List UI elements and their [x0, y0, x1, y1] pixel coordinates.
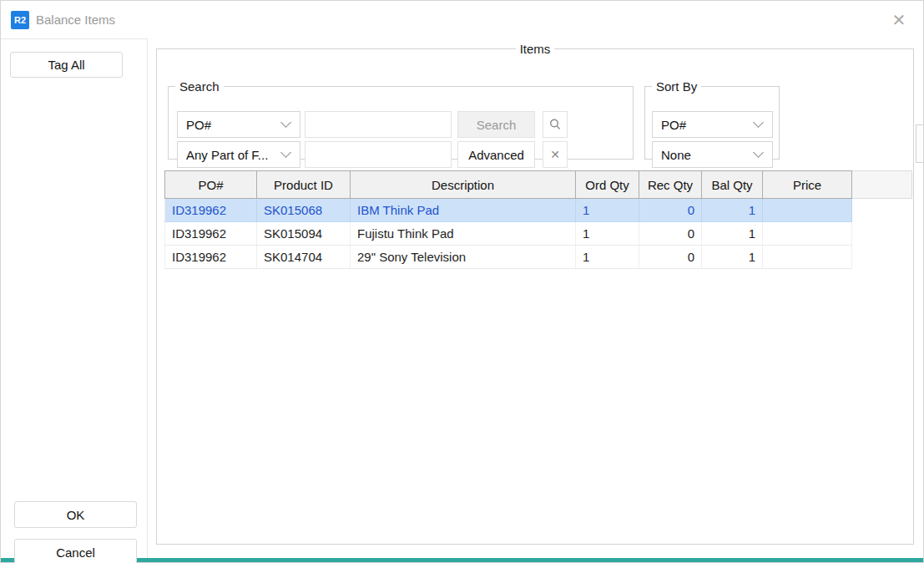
column-header-bal-qty[interactable]: Bal Qty	[702, 171, 763, 199]
magnifier-icon	[548, 118, 562, 131]
sort-by-group: Sort By PO# None	[644, 80, 780, 160]
column-header-price[interactable]: Price	[763, 171, 852, 199]
clear-x-icon: ✕	[550, 148, 560, 161]
magnifier-button[interactable]	[543, 111, 568, 138]
cell-description[interactable]: IBM Think Pad	[351, 199, 576, 222]
cell-ord-qty[interactable]: 1	[576, 199, 639, 222]
cell-po[interactable]: ID319962	[165, 222, 257, 246]
chevron-down-icon	[280, 147, 291, 158]
close-icon[interactable]: ✕	[888, 9, 910, 31]
cell-description[interactable]: 29" Sony Television	[351, 246, 576, 269]
sort-primary-dropdown[interactable]: PO#	[652, 111, 773, 138]
cell-rec-qty[interactable]: 0	[639, 222, 702, 246]
left-panel: Tag All OK Cancel	[1, 38, 148, 560]
cell-po[interactable]: ID319962	[165, 246, 257, 269]
table-row[interactable]: ID319962SK01470429" Sony Television101	[165, 246, 912, 269]
row-filler	[852, 199, 912, 222]
search-input[interactable]	[305, 111, 452, 138]
search-mode-dropdown-value: Any Part of F...	[186, 148, 268, 162]
items-group: Items Search PO# Search Any Part of F...	[156, 43, 914, 545]
chevron-down-icon	[280, 117, 291, 128]
cell-rec-qty[interactable]: 0	[639, 199, 702, 222]
background-window-strip	[1, 558, 923, 562]
table-header-row: PO# Product ID Description Ord Qty Rec Q…	[165, 171, 912, 199]
app-logo-icon: R2	[11, 11, 29, 29]
tag-all-button[interactable]: Tag All	[10, 52, 123, 78]
cell-product-id[interactable]: SK015068	[257, 199, 351, 222]
row-filler	[852, 246, 912, 269]
sort-primary-dropdown-value: PO#	[661, 118, 686, 132]
search-field-dropdown[interactable]: PO#	[177, 111, 300, 138]
sort-secondary-dropdown[interactable]: None	[652, 141, 773, 168]
search-group-label: Search	[175, 80, 224, 93]
items-group-label: Items	[516, 43, 555, 55]
ok-button[interactable]: OK	[14, 501, 137, 528]
table-row[interactable]: ID319962SK015094Fujistu Think Pad101	[165, 222, 912, 246]
items-table: PO# Product ID Description Ord Qty Rec Q…	[164, 170, 912, 269]
items-table-body: ID319962SK015068IBM Think Pad101ID319962…	[165, 199, 912, 269]
cell-product-id[interactable]: SK014704	[257, 246, 351, 269]
column-header-description[interactable]: Description	[351, 171, 576, 199]
clear-search-button[interactable]: ✕	[543, 141, 568, 168]
cancel-button[interactable]: Cancel	[14, 539, 137, 563]
chevron-down-icon	[753, 147, 764, 158]
cell-price[interactable]	[763, 246, 852, 269]
search-button[interactable]: Search	[457, 111, 535, 138]
row-filler	[852, 222, 912, 246]
cell-bal-qty[interactable]: 1	[702, 222, 763, 246]
sort-secondary-dropdown-value: None	[661, 148, 691, 162]
cell-price[interactable]	[763, 222, 852, 246]
search-field-dropdown-value: PO#	[186, 118, 211, 132]
dialog-title: Balance Items	[36, 13, 115, 27]
chevron-down-icon	[753, 117, 764, 128]
column-header-po[interactable]: PO#	[165, 171, 257, 199]
search-group: Search PO# Search Any Part of F...	[168, 80, 634, 160]
cell-ord-qty[interactable]: 1	[576, 222, 639, 246]
column-header-filler	[852, 171, 912, 199]
column-header-ord-qty[interactable]: Ord Qty	[576, 171, 639, 199]
cell-product-id[interactable]: SK015094	[257, 222, 351, 246]
column-header-product-id[interactable]: Product ID	[257, 171, 351, 199]
cell-price[interactable]	[763, 199, 852, 222]
cell-po[interactable]: ID319962	[165, 199, 257, 222]
cell-description[interactable]: Fujistu Think Pad	[351, 222, 576, 246]
table-row[interactable]: ID319962SK015068IBM Think Pad101	[165, 199, 912, 222]
column-header-rec-qty[interactable]: Rec Qty	[639, 171, 702, 199]
cell-bal-qty[interactable]: 1	[702, 199, 763, 222]
advanced-button[interactable]: Advanced	[457, 141, 535, 168]
sort-by-group-label: Sort By	[652, 80, 701, 93]
cell-ord-qty[interactable]: 1	[576, 246, 639, 269]
window-edge-fragment	[916, 124, 923, 163]
search-mode-dropdown[interactable]: Any Part of F...	[177, 141, 300, 168]
cell-rec-qty[interactable]: 0	[639, 246, 702, 269]
advanced-input[interactable]	[305, 141, 452, 168]
balance-items-dialog: R2 Balance Items ✕ Tag All OK Cancel Ite…	[0, 0, 924, 563]
cell-bal-qty[interactable]: 1	[702, 246, 763, 269]
